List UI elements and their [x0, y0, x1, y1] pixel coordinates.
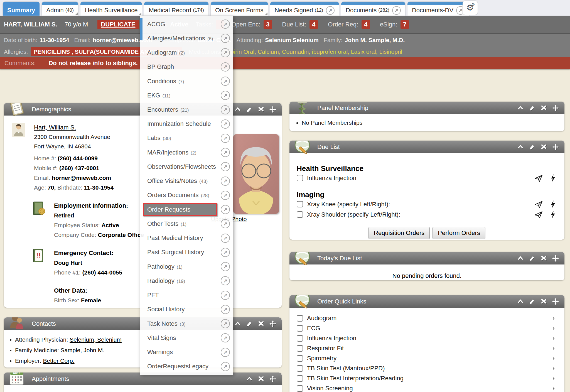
menu-item[interactable]: Labs (30) ↗	[140, 131, 233, 145]
quick-link-checkbox[interactable]	[297, 335, 303, 342]
menu-item[interactable]: Audiogram (2) ↗	[140, 45, 233, 60]
quick-order-lightning-icon[interactable]	[551, 210, 556, 219]
tab[interactable]: Admin (40)	[42, 2, 78, 16]
menu-item[interactable]: OrderRequestsLegacy ↗	[140, 359, 233, 374]
menu-item[interactable]: Radiology (19) ↗	[140, 274, 233, 288]
external-link-icon[interactable]: ↗	[221, 148, 230, 157]
quick-link-checkbox[interactable]	[297, 355, 303, 362]
close-x-icon[interactable]	[540, 255, 547, 262]
move-icon[interactable]	[552, 105, 559, 111]
move-icon[interactable]	[552, 298, 559, 305]
external-link-icon[interactable]: ↗	[221, 134, 230, 143]
contact-link[interactable]: Selenium, Selenium	[70, 336, 122, 343]
move-icon[interactable]	[269, 106, 276, 113]
move-icon[interactable]	[269, 376, 276, 382]
external-link-icon[interactable]: ↗	[221, 276, 230, 285]
external-link-icon[interactable]: ↗	[221, 91, 230, 100]
duplicate-badge[interactable]: DUPLICATE	[97, 20, 139, 29]
external-link-icon[interactable]: ↗	[221, 205, 230, 214]
menu-item[interactable]: Warnings ↗	[140, 345, 233, 359]
external-link-icon[interactable]: ↗	[221, 262, 230, 271]
due-list-action-button[interactable]: Perform Orders	[433, 227, 485, 239]
order-checkbox[interactable]	[297, 211, 303, 218]
external-link-icon[interactable]: ↗	[221, 305, 230, 314]
quick-link-checkbox[interactable]	[297, 315, 303, 322]
menu-item[interactable]: MAR/Injections (2) ↗	[140, 145, 233, 160]
external-link-icon[interactable]: ↗	[221, 319, 230, 328]
external-link-icon[interactable]: ↗	[221, 291, 230, 300]
quick-order-lightning-icon[interactable]	[553, 364, 557, 372]
quick-order-lightning-icon[interactable]	[553, 374, 557, 382]
collapse-chevron-icon[interactable]	[234, 320, 241, 327]
collapse-chevron-icon[interactable]	[517, 298, 524, 305]
contact-link[interactable]: Better Corp.	[43, 357, 74, 364]
settings-button[interactable]: ⚙ ⚙	[463, 1, 478, 15]
external-link-icon[interactable]: ↗	[221, 19, 230, 29]
external-link-icon[interactable]: ↗	[221, 77, 230, 86]
menu-item[interactable]: Conditions (7) ↗	[140, 74, 233, 88]
edit-pencil-icon[interactable]	[529, 298, 535, 305]
external-link-icon[interactable]: ↗	[221, 248, 230, 257]
move-icon[interactable]	[552, 144, 559, 150]
collapse-chevron-icon[interactable]	[517, 105, 524, 111]
edit-pencil-icon[interactable]	[246, 320, 253, 327]
order-checkbox[interactable]	[297, 201, 303, 207]
external-link-icon[interactable]: ↗	[221, 191, 230, 200]
external-link-icon[interactable]: ↗	[221, 333, 230, 342]
close-x-icon[interactable]	[540, 144, 547, 150]
move-icon[interactable]	[269, 320, 276, 327]
quick-order-lightning-icon[interactable]	[551, 174, 556, 182]
menu-item[interactable]: ACOG ↗	[140, 17, 233, 31]
menu-item[interactable]: Past Medical History ↗	[140, 231, 233, 245]
edit-pencil-icon[interactable]	[529, 105, 535, 111]
menu-item[interactable]: BP Graph ↗	[140, 60, 233, 74]
menu-item[interactable]: Order Requests ↗	[140, 202, 233, 217]
tab[interactable]: On Screen Forms	[211, 2, 268, 16]
external-link-icon[interactable]: ↗	[221, 119, 230, 129]
medications-list[interactable]: Aspirin Oral, Calcium, Coumadin, ibuprof…	[224, 48, 402, 55]
patient-name-link[interactable]: Hart, William S.	[34, 124, 76, 131]
quick-order-lightning-icon[interactable]	[553, 334, 557, 342]
collapse-chevron-icon[interactable]	[517, 255, 524, 262]
quick-link-checkbox[interactable]	[297, 345, 303, 352]
menu-item[interactable]: Allergies/Medications (6) ↗	[140, 31, 233, 45]
external-link-icon[interactable]: ↗	[221, 62, 230, 72]
collapse-chevron-icon[interactable]	[517, 144, 524, 150]
close-x-icon[interactable]	[540, 105, 547, 111]
quick-link-checkbox[interactable]	[297, 375, 303, 382]
close-x-icon[interactable]	[258, 106, 264, 113]
send-requisition-paper-plane-icon[interactable]	[534, 174, 543, 182]
counter-badge[interactable]: 4	[309, 20, 318, 29]
external-link-icon[interactable]: ↗	[221, 177, 230, 186]
menu-item[interactable]: Pathology (1) ↗	[140, 259, 233, 274]
menu-item[interactable]: Past Surgical History ↗	[140, 245, 233, 259]
collapse-chevron-icon[interactable]	[246, 376, 253, 382]
external-link-icon[interactable]: ↗	[221, 105, 230, 114]
external-link-icon[interactable]: ↗	[221, 162, 230, 171]
tab[interactable]: Summary	[3, 2, 40, 16]
edit-pencil-icon[interactable]	[529, 144, 535, 150]
external-link-icon[interactable]: ↗	[221, 48, 230, 57]
external-link-icon[interactable]: ↗	[221, 234, 230, 243]
menu-item[interactable]: Office Visits/Notes (43) ↗	[140, 174, 233, 188]
collapse-chevron-icon[interactable]	[234, 106, 241, 113]
menu-item[interactable]: Vital Signs ↗	[140, 331, 233, 345]
tab[interactable]: Medical Record (174)	[144, 2, 208, 16]
quick-link-checkbox[interactable]	[297, 325, 303, 332]
menu-item[interactable]: Observations/Flowsheets ↗	[140, 160, 233, 174]
external-link-icon[interactable]: ↗	[326, 6, 335, 15]
menu-item[interactable]: PFT ↗	[140, 288, 233, 302]
external-link-icon[interactable]: ↗	[221, 348, 230, 357]
quick-order-lightning-icon[interactable]	[553, 344, 557, 352]
quick-order-lightning-icon[interactable]	[553, 384, 557, 392]
counter-badge[interactable]: 7	[401, 20, 409, 29]
menu-item[interactable]: Orders Documents (28) ↗	[140, 188, 233, 202]
tab[interactable]: Documents-DV ↗	[407, 2, 469, 16]
close-x-icon[interactable]	[258, 376, 264, 382]
quick-link-checkbox[interactable]	[297, 365, 303, 372]
external-link-icon[interactable]: ↗	[392, 6, 401, 15]
external-link-icon[interactable]: ↗	[221, 219, 230, 228]
close-x-icon[interactable]	[258, 320, 264, 327]
due-list-action-button[interactable]: Requisition Orders	[368, 227, 430, 239]
quick-order-lightning-icon[interactable]	[553, 354, 557, 362]
